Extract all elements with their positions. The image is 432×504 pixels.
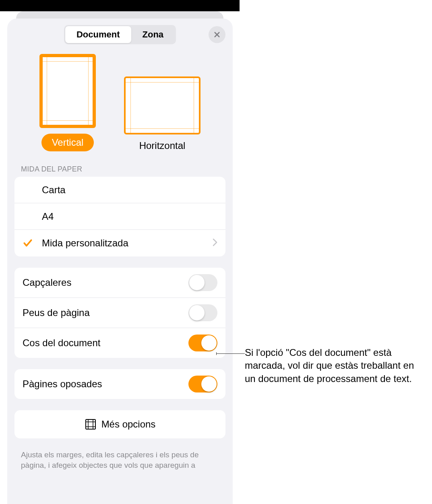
paper-size-custom-label: Mida personalitzada <box>42 238 213 249</box>
toggle-row-headers: Capçaleres <box>14 268 225 298</box>
callout-connector <box>217 353 245 354</box>
paper-size-carta[interactable]: Carta <box>14 177 225 203</box>
paper-size-list: Carta A4 Mida personalitzada <box>14 177 225 256</box>
callout-text: Si l'opció "Cos del document" està marca… <box>245 346 426 385</box>
segmented-control: Document Zona <box>64 25 176 44</box>
orientation-vertical-label: Vertical <box>41 134 94 151</box>
footers-label: Peus de pàgina <box>23 307 90 318</box>
grid-margins-icon <box>85 418 97 430</box>
toggle-row-facing-pages: Pàgines oposades <box>14 369 225 399</box>
orientation-vertical[interactable]: Vertical <box>39 54 96 151</box>
tab-zona[interactable]: Zona <box>131 26 175 43</box>
document-body-switch[interactable] <box>188 335 217 351</box>
more-options-label: Més opcions <box>101 419 156 430</box>
facing-pages-switch[interactable] <box>188 376 217 392</box>
toggle-row-document-body: Cos del document <box>14 328 225 358</box>
orientation-horizontal[interactable]: Horitzontal <box>124 76 200 151</box>
more-options-button[interactable]: Més opcions <box>14 410 225 438</box>
landscape-page-icon <box>124 76 200 134</box>
svg-rect-0 <box>86 419 95 429</box>
chevron-right-icon <box>213 238 217 248</box>
more-options-group: Més opcions <box>14 410 225 438</box>
document-toggles: Capçaleres Peus de pàgina Cos del docume… <box>14 268 225 358</box>
headers-label: Capçaleres <box>23 277 71 288</box>
facing-pages-label: Pàgines oposades <box>23 378 102 390</box>
sheet-backdrop <box>16 11 223 19</box>
footer-description: Ajusta els marges, edita les capçaleres … <box>7 450 233 470</box>
facing-pages-group: Pàgines oposades <box>14 369 225 399</box>
paper-size-a4-label: A4 <box>42 211 217 222</box>
paper-size-custom[interactable]: Mida personalitzada <box>14 230 225 256</box>
footers-switch[interactable] <box>188 304 217 321</box>
toggle-row-footers: Peus de pàgina <box>14 298 225 328</box>
status-bar-area <box>0 0 240 11</box>
close-button[interactable] <box>209 26 225 43</box>
orientation-horizontal-label: Horitzontal <box>139 140 186 151</box>
sheet-header: Document Zona <box>7 25 233 44</box>
close-icon <box>213 31 221 38</box>
orientation-selector: Vertical Horitzontal <box>7 54 233 151</box>
tab-document[interactable]: Document <box>65 26 131 43</box>
paper-size-header: MIDA DEL PAPER <box>7 165 233 177</box>
document-body-label: Cos del document <box>23 337 100 349</box>
document-options-sheet: Document Zona Vertical <box>7 19 233 504</box>
checkmark-icon <box>23 238 33 248</box>
paper-size-a4[interactable]: A4 <box>14 203 225 230</box>
paper-size-carta-label: Carta <box>42 184 217 196</box>
headers-switch[interactable] <box>188 274 217 291</box>
callout-annotation: Si l'opció "Cos del document" està marca… <box>245 346 426 385</box>
portrait-page-icon <box>39 54 96 128</box>
